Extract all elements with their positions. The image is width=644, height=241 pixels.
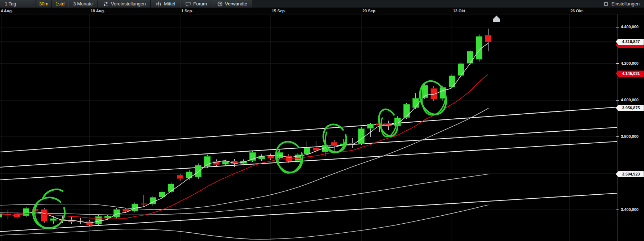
candle-up <box>96 216 102 224</box>
price-tick-mark <box>616 27 619 28</box>
gear-icon <box>603 1 609 7</box>
eye-icon <box>217 1 223 7</box>
toolbar-button-label: Verwandte <box>225 1 247 7</box>
settings-button[interactable]: Einstellungen <box>599 0 644 8</box>
trend-lines[interactable] <box>0 107 617 232</box>
toolbar-button-30m[interactable]: 30m <box>36 0 52 8</box>
candle-down <box>331 142 337 146</box>
toolbar-button-verwandte[interactable]: Verwandte <box>212 0 252 8</box>
toolbar-button-label: Forum <box>193 1 207 7</box>
date-axis-label: 26 Okt. <box>570 9 584 13</box>
settings-label: Einstellungen <box>611 1 640 7</box>
toolbar-button-voreinstellungen[interactable]: Voreinstellungen <box>98 0 151 8</box>
toolbar-button-label: 1 Tag <box>5 1 16 7</box>
price-axis-label: 4.400,000 <box>621 25 639 29</box>
price-tick-mark <box>616 136 619 137</box>
candle-up <box>23 208 29 216</box>
date-axis-label: 18 Aug. <box>91 9 105 13</box>
toolbar-button-label: 1std <box>55 1 65 7</box>
candle-up <box>458 64 464 75</box>
highlight-circle-tail <box>43 189 63 198</box>
band-upper <box>0 108 489 210</box>
price-axis[interactable]: 4.400,0004.200,0004.000,0003.800,0003.40… <box>617 14 644 241</box>
toolbar-button-1std[interactable]: 1std <box>52 0 68 8</box>
candle-up <box>223 161 229 164</box>
candles-layer[interactable] <box>0 29 491 227</box>
candle-up <box>0 214 2 217</box>
date-axis-label: 15 Sep. <box>272 9 286 13</box>
highlight-circle-stroke <box>32 194 67 231</box>
price-tick-mark <box>616 100 619 101</box>
speech-bubble-icon <box>185 1 191 7</box>
date-axis-label: 1 Sep. <box>181 9 193 13</box>
toolbar-button-3-monate[interactable]: 3 Monate <box>68 0 98 8</box>
candles-icon <box>156 1 162 7</box>
price-tick-mark <box>616 63 619 64</box>
price-tick-mark <box>616 210 619 210</box>
grid-layer <box>0 14 617 241</box>
price-chart[interactable] <box>0 14 617 241</box>
sliders-icon <box>103 1 109 7</box>
scroll-to-latest-marker[interactable] <box>493 16 500 22</box>
toolbar: 1 Tag30m1std3 MonateVoreinstellungenMitt… <box>0 0 644 8</box>
toolbar-button-label: Voreinstellungen <box>111 1 146 7</box>
date-axis[interactable]: 4 Aug.18 Aug.1 Sep.15 Sep.29 Sep.13 Okt.… <box>0 8 644 14</box>
candle-up <box>440 88 446 98</box>
candle-up <box>168 184 174 191</box>
date-axis-label: 4 Aug. <box>1 9 13 13</box>
highlight-circles[interactable] <box>29 77 450 232</box>
trading-chart-app: { "toolbar": { "items": [ {"label": "1 T… <box>0 0 644 241</box>
price-axis-label: 3.800,000 <box>621 134 639 139</box>
date-axis-label: 13 Okt. <box>453 9 466 13</box>
candle-up <box>304 148 310 154</box>
price-tag: 4.145,031 <box>618 71 644 77</box>
candle-down <box>485 35 491 42</box>
candle-up <box>195 165 201 177</box>
toolbar-button-mittel[interactable]: Mittel <box>151 0 180 8</box>
toolbar-button-forum[interactable]: Forum <box>180 0 212 8</box>
toolbar-button-label: 3 Monate <box>73 1 93 7</box>
toolbar-button-label: Mittel <box>164 1 175 7</box>
date-axis-label: 29 Sep. <box>362 9 377 13</box>
candle-up <box>467 51 473 63</box>
candle-up <box>476 37 482 59</box>
candle-down <box>431 89 437 99</box>
price-axis-label: 3.400,000 <box>621 207 639 212</box>
candle-up <box>186 172 192 178</box>
price-axis-label: 4.200,000 <box>621 61 639 65</box>
price-tag: 3.956,875 <box>618 105 644 111</box>
price-tag: 3.594,923 <box>618 171 644 177</box>
price-tag: 4.318,827 <box>618 39 644 45</box>
candle-up <box>404 104 410 117</box>
toolbar-button-1-tag[interactable]: 1 Tag <box>0 0 36 8</box>
candle-up <box>413 98 419 107</box>
candle-down <box>177 175 183 178</box>
slow-ma-long <box>0 174 489 215</box>
candle-down <box>41 210 47 221</box>
price-axis-label: 4.000,000 <box>621 98 639 102</box>
candle-down <box>123 209 129 211</box>
toolbar-button-label: 30m <box>39 1 48 7</box>
fast-ma <box>0 43 488 223</box>
candle-up <box>358 129 365 144</box>
candle-up <box>367 124 374 128</box>
candle-down <box>141 204 147 204</box>
candle-up <box>50 219 57 220</box>
